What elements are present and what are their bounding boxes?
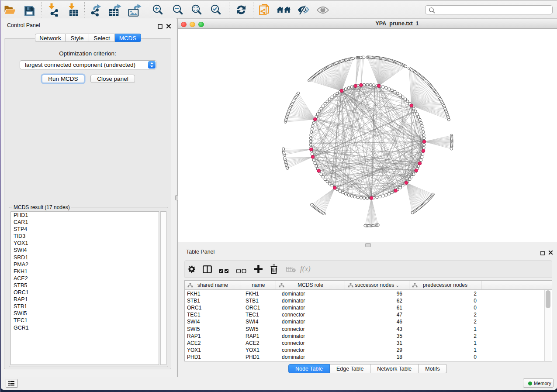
add-column-icon[interactable]	[253, 265, 263, 276]
show-panels-button[interactable]	[6, 379, 18, 388]
tab-motifs[interactable]: Motifs	[419, 364, 446, 373]
float-table-panel-icon[interactable]	[540, 249, 546, 254]
column-header-predecessor-nodes[interactable]: predecessor nodes	[409, 281, 481, 290]
zoom-selected-icon[interactable]	[211, 4, 221, 17]
mcds-result-item[interactable]: CAR1	[11, 219, 159, 226]
mcds-list-scrollbar[interactable]	[160, 211, 166, 365]
refresh-icon[interactable]	[236, 5, 246, 17]
mcds-result-item[interactable]: STB5	[11, 282, 159, 289]
export-image-icon[interactable]	[128, 3, 142, 18]
mcds-result-item[interactable]: ORC1	[11, 289, 159, 296]
table-row[interactable]: FKH1FKH1dominator962	[185, 290, 552, 297]
table-cell: 61	[376, 304, 402, 311]
optimization-criterion-label: Optimization criterion:	[4, 50, 171, 57]
table-settings-icon[interactable]	[188, 265, 195, 275]
column-header-shared-name[interactable]: shared name	[185, 281, 241, 290]
mcds-result-item[interactable]: GCR1	[11, 324, 159, 331]
mcds-result-item[interactable]: YOX1	[11, 240, 159, 247]
close-panel-icon[interactable]	[166, 23, 171, 28]
mcds-result-item[interactable]: STB1	[11, 303, 159, 310]
delete-table-icon[interactable]	[286, 266, 296, 274]
show-home-icon[interactable]	[277, 6, 291, 15]
column-header-MCDS-role[interactable]: MCDS role	[276, 281, 345, 290]
tab-mcds[interactable]: MCDS	[115, 34, 141, 42]
close-table-panel-icon[interactable]	[548, 249, 554, 254]
table-scrollbar-thumb[interactable]	[546, 290, 550, 308]
table-row[interactable]: SWI5SWI5connector431	[185, 326, 552, 333]
show-all-icon[interactable]	[317, 7, 329, 15]
mcds-result-item[interactable]: PHD1	[11, 212, 159, 219]
clone-network-icon[interactable]	[259, 4, 271, 18]
tab-edge-table[interactable]: Edge Table	[330, 364, 370, 373]
mcds-result-item[interactable]: FKH1	[11, 268, 159, 275]
minimize-window-icon[interactable]	[190, 22, 195, 28]
select-all-columns-icon[interactable]	[219, 267, 229, 275]
zoom-fit-icon[interactable]	[191, 4, 202, 17]
mcds-result-item[interactable]: TID3	[11, 233, 159, 240]
split-columns-icon[interactable]	[203, 265, 212, 275]
import-table-icon[interactable]	[67, 3, 78, 18]
mcds-result-item[interactable]: TEC1	[11, 317, 159, 324]
zoom-out-icon[interactable]	[173, 4, 183, 17]
function-builder-icon[interactable]: f(x)	[300, 265, 311, 273]
table-cell: 96	[376, 290, 402, 297]
mcds-result-item[interactable]: ACE2	[11, 275, 159, 282]
table-cell: 35	[376, 333, 402, 340]
tab-style[interactable]: Style	[66, 34, 89, 42]
export-table-icon[interactable]	[109, 3, 122, 18]
table-row[interactable]: RAP1RAP1dominator352	[185, 333, 552, 340]
float-panel-icon[interactable]	[158, 23, 163, 28]
mcds-result-item[interactable]: RAP1	[11, 296, 159, 303]
zoom-in-icon[interactable]	[152, 4, 163, 17]
run-mcds-button[interactable]: Run MCDS	[42, 75, 84, 83]
toolbar-separator	[147, 2, 147, 17]
column-header-name[interactable]: name	[241, 281, 276, 290]
table-row[interactable]: TEC1TEC1connector472	[185, 311, 552, 318]
table-row[interactable]: SWI4SWI4dominator462	[185, 318, 552, 325]
network-window-titlebar[interactable]: YPA_prune.txt_1	[178, 18, 557, 29]
tab-network-table[interactable]: Network Table	[370, 364, 419, 373]
mcds-result-item[interactable]: PMA2	[11, 261, 159, 268]
table-row[interactable]: YOX1YOX1connector291	[185, 347, 552, 354]
mcds-result-item[interactable]: SWI5	[11, 310, 159, 317]
table-cell: 18	[376, 354, 402, 361]
import-network-icon[interactable]	[48, 3, 59, 18]
mcds-result-item[interactable]: SRD1	[11, 254, 159, 261]
table-scrollbar[interactable]	[544, 290, 551, 361]
table-cell: TEC1	[187, 311, 201, 318]
control-panel-title: Control Panel	[7, 22, 40, 28]
table-cell: PHD1	[187, 354, 201, 361]
close-panel-button[interactable]: Close panel	[90, 75, 135, 83]
mcds-result-list[interactable]: PHD1CAR1STP4TID3YOX1SWI4SRD1PMA2FKH1ACE2…	[10, 211, 159, 365]
search-input[interactable]	[425, 5, 553, 14]
unselect-all-columns-icon[interactable]	[236, 267, 246, 275]
table-row[interactable]: ACE2ACE2connector311	[185, 340, 552, 347]
table-cell: dominator	[282, 354, 305, 361]
open-file-icon[interactable]	[4, 5, 16, 17]
table-row[interactable]: STB1STB1dominator620	[185, 297, 552, 304]
close-window-icon[interactable]	[181, 22, 187, 28]
network-graph[interactable]	[178, 29, 557, 241]
horizontal-splitter-grip[interactable]	[365, 243, 371, 247]
mcds-result-item[interactable]: SWI4	[11, 247, 159, 254]
table-cell: 29	[376, 347, 402, 354]
status-bar: Memory	[1, 377, 557, 390]
mcds-result-item[interactable]: STP4	[11, 226, 159, 233]
table-toolbar: f(x)	[184, 260, 552, 278]
table-row[interactable]: ORC1ORC1dominator610	[185, 304, 552, 311]
tab-network[interactable]: Network	[35, 34, 66, 42]
control-panel-tabs: NetworkStyleSelectMCDS	[35, 34, 141, 42]
tab-node-table[interactable]: Node Table	[288, 364, 330, 373]
maximize-window-icon[interactable]	[198, 22, 204, 28]
export-network-icon[interactable]	[91, 3, 102, 18]
tab-select[interactable]: Select	[89, 34, 115, 42]
column-header-successor-nodes[interactable]: successor nodes ⌄	[345, 281, 409, 290]
hide-selected-icon[interactable]	[298, 5, 309, 16]
memory-button[interactable]: Memory	[523, 378, 554, 388]
table-panel: Table Panel	[178, 242, 557, 377]
table-row[interactable]: PHD1PHD1dominator180	[185, 354, 552, 361]
delete-column-icon[interactable]	[270, 265, 278, 275]
save-session-icon[interactable]	[24, 5, 35, 18]
toolbar-separator	[229, 2, 229, 17]
criterion-dropdown[interactable]: largest connected component (undirected)	[20, 60, 156, 69]
